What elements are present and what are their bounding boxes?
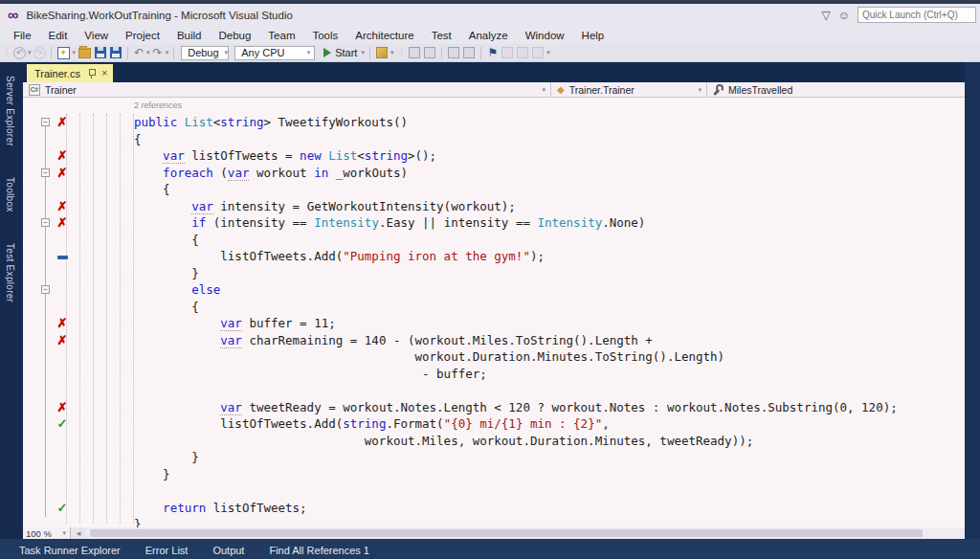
feedback-icon[interactable]: ☺ xyxy=(838,9,850,22)
previous-bookmark-icon[interactable] xyxy=(501,47,513,58)
failing-test-coverage-icon[interactable]: ✗ xyxy=(55,214,70,231)
redo-icon[interactable]: ↷ xyxy=(153,47,163,59)
menu-help[interactable]: Help xyxy=(573,28,613,43)
collapse-region-icon[interactable]: − xyxy=(41,118,50,126)
collapse-region-icon[interactable]: − xyxy=(41,168,50,177)
side-tab-toolbox[interactable]: Toolbox xyxy=(5,168,15,222)
menu-debug[interactable]: Debug xyxy=(210,28,259,43)
toolbar-overflow-icon[interactable]: ▾ xyxy=(390,49,394,56)
editor-zoom-select[interactable]: 100 % ▾ xyxy=(23,527,71,539)
code-line[interactable]: ✓ return listOfTweets; xyxy=(23,500,965,517)
attach-to-process-icon[interactable] xyxy=(376,47,388,58)
failing-test-coverage-icon[interactable]: ✗ xyxy=(55,399,70,415)
menu-view[interactable]: View xyxy=(76,28,117,43)
code-line[interactable]: ✗ var buffer = 11; xyxy=(23,315,965,332)
pin-tab-icon[interactable] xyxy=(87,69,96,78)
start-dropdown-icon[interactable]: ▾ xyxy=(361,49,365,56)
code-line[interactable]: } xyxy=(23,516,965,527)
code-line[interactable]: ✓ listOfTweets.Add(string.Format("{0} mi… xyxy=(23,415,965,433)
decrease-indent-icon[interactable] xyxy=(448,47,459,58)
code-line[interactable]: { xyxy=(23,299,965,316)
failing-test-coverage-icon[interactable]: ✗ xyxy=(55,114,70,130)
code-line[interactable] xyxy=(23,382,965,399)
menu-file[interactable]: File xyxy=(5,28,40,43)
menu-window[interactable]: Window xyxy=(517,28,573,43)
code-line[interactable]: } xyxy=(23,265,965,282)
menu-analyze[interactable]: Analyze xyxy=(460,28,517,43)
menu-build[interactable]: Build xyxy=(168,28,211,43)
codelens-references[interactable]: 2 references xyxy=(134,101,182,110)
menu-tools[interactable]: Tools xyxy=(303,28,346,43)
passing-test-coverage-icon[interactable]: ✓ xyxy=(55,415,70,432)
code-line[interactable]: { xyxy=(23,232,965,249)
passing-test-coverage-icon[interactable]: ✓ xyxy=(55,500,70,516)
toolbar-grip[interactable]: ⋮ xyxy=(3,49,10,57)
not-covered-icon[interactable] xyxy=(57,256,68,259)
horizontal-scrollbar[interactable] xyxy=(86,527,965,539)
start-button[interactable]: Start xyxy=(335,47,357,58)
project-dropdown[interactable]: C# Trainer ▾ xyxy=(23,82,551,97)
save-all-icon[interactable] xyxy=(110,47,122,58)
navigate-back-dropdown-icon[interactable]: ▾ xyxy=(28,49,32,56)
status-tab-task-runner-explorer[interactable]: Task Runner Explorer xyxy=(19,545,121,556)
code-line[interactable]: ✗ var listOfTweets = new List<string>(); xyxy=(23,147,965,165)
collapse-region-icon[interactable]: − xyxy=(41,218,50,227)
save-icon[interactable] xyxy=(95,47,106,58)
status-tab-output[interactable]: Output xyxy=(212,545,244,556)
code-line[interactable]: −✗ if (intensity == Intensity.Easy || in… xyxy=(23,214,965,232)
redo-dropdown-icon[interactable]: ▾ xyxy=(166,49,169,56)
next-bookmark-icon[interactable] xyxy=(517,47,528,58)
undo-icon[interactable]: ↶ xyxy=(134,47,144,59)
member-dropdown[interactable]: MilesTravelled xyxy=(707,82,965,97)
menu-test[interactable]: Test xyxy=(423,28,460,43)
open-file-icon[interactable] xyxy=(78,48,91,58)
show-diagnostics-icon[interactable] xyxy=(424,47,435,58)
code-line[interactable] xyxy=(23,482,965,500)
navigate-back-icon[interactable]: ↶ xyxy=(13,47,26,59)
code-line[interactable]: workout.Miles, workout.Duration.Minutes,… xyxy=(23,433,965,450)
navigate-forward-icon[interactable]: ↷ xyxy=(33,47,46,59)
solution-configuration-select[interactable]: Debug ▾ xyxy=(181,46,229,60)
solution-platform-select[interactable]: Any CPU ▾ xyxy=(234,46,315,60)
toolbar-overflow-icon[interactable]: ▾ xyxy=(546,49,550,56)
code-line[interactable]: ✗ var intensity = GetWorkoutIntensity(wo… xyxy=(23,198,965,215)
start-debug-play-icon[interactable] xyxy=(323,48,331,57)
failing-test-coverage-icon[interactable]: ✗ xyxy=(55,332,70,348)
notifications-funnel-icon[interactable]: ▽ xyxy=(822,9,831,22)
horizontal-scrollbar-thumb[interactable] xyxy=(90,529,923,537)
code-editor[interactable]: 2 references −✗public List<string> Tweet… xyxy=(23,98,965,527)
menu-edit[interactable]: Edit xyxy=(40,28,77,43)
failing-test-coverage-icon[interactable]: ✗ xyxy=(55,147,70,164)
quick-launch-input[interactable] xyxy=(858,7,976,23)
code-line[interactable]: −✗public List<string> TweetifyWorkouts() xyxy=(23,114,965,131)
code-line[interactable]: } xyxy=(23,466,965,483)
code-line[interactable]: { xyxy=(23,181,965,198)
toolbar-grip[interactable]: ⋮ xyxy=(397,49,404,57)
failing-test-coverage-icon[interactable]: ✗ xyxy=(55,198,70,214)
code-line[interactable]: } xyxy=(23,449,965,466)
type-dropdown[interactable]: ◆ Trainer.Trainer ▾ xyxy=(551,82,707,97)
code-line[interactable]: workout.Duration.Minutes.ToString().Leng… xyxy=(23,348,965,366)
tab-trainer-cs[interactable]: Trainer.cs × xyxy=(27,64,113,82)
status-tab-find-all-references-1[interactable]: Find All References 1 xyxy=(269,545,369,556)
menu-project[interactable]: Project xyxy=(117,28,168,43)
code-line[interactable]: { xyxy=(23,131,965,148)
failing-test-coverage-icon[interactable]: ✗ xyxy=(55,315,70,331)
code-line[interactable]: ✗ var tweetReady = workout.Notes.Length … xyxy=(23,399,965,416)
new-item-icon[interactable]: + xyxy=(57,47,70,59)
increase-indent-icon[interactable] xyxy=(463,47,475,58)
collapse-region-icon[interactable]: − xyxy=(41,285,50,294)
code-line[interactable]: ✗ var charRemaining = 140 - (workout.Mil… xyxy=(23,332,965,349)
menu-team[interactable]: Team xyxy=(259,28,303,43)
bookmark-icon[interactable]: ⚑ xyxy=(487,46,498,59)
close-tab-icon[interactable]: × xyxy=(101,68,107,78)
side-tab-server-explorer[interactable]: Server Explorer xyxy=(5,66,15,156)
status-tab-error-list[interactable]: Error List xyxy=(145,545,189,556)
new-item-dropdown-icon[interactable]: ▾ xyxy=(73,49,77,56)
code-line[interactable]: listOfTweets.Add("Pumping iron at the gy… xyxy=(23,248,965,265)
code-line[interactable]: −✗ foreach (var workout in _workOuts) xyxy=(23,165,965,182)
scroll-left-icon[interactable]: ◄ xyxy=(71,529,86,538)
code-line[interactable]: − else xyxy=(23,281,965,299)
code-line[interactable]: - buffer; xyxy=(23,366,965,383)
menu-architecture[interactable]: Architecture xyxy=(346,28,422,43)
